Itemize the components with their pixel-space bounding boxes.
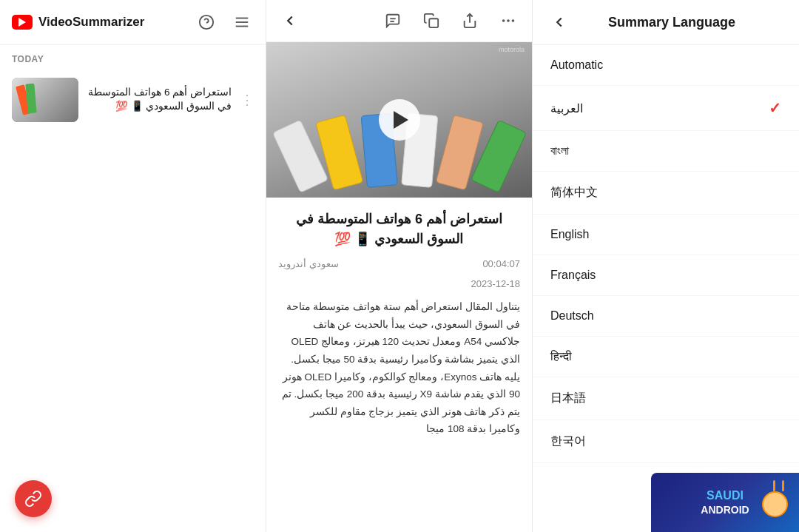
language-name: हिन्दी [550, 350, 572, 363]
watermark-bg: SAUDIANDROID [651, 473, 799, 532]
list-item[interactable]: استعراض أهم 6 هواتف المتوسطة في السوق ال… [0, 70, 266, 129]
more-button[interactable] [496, 9, 520, 33]
fab-button[interactable] [15, 480, 52, 517]
article-date: 2023-12-18 [278, 278, 520, 289]
svg-point-9 [502, 19, 505, 22]
channel-name: سعودي أندرويد [278, 258, 339, 269]
sidebar-header: VideoSummarizer [0, 0, 266, 45]
youtube-icon [12, 15, 33, 30]
article-body: استعراض أهم 6 هواتف المتوسطة في السوق ال… [266, 198, 532, 532]
language-item-1[interactable]: العربية✓ [533, 86, 799, 131]
article-text: يتناول المقال استعراض أهم ستة هواتف متوس… [278, 298, 520, 438]
header-icons [195, 10, 254, 34]
language-name: 简体中文 [550, 185, 598, 201]
video-more-button[interactable]: ⋮ [240, 92, 254, 108]
menu-button[interactable] [230, 10, 254, 34]
language-name: বাংলা [550, 144, 569, 158]
play-triangle-icon [394, 111, 408, 129]
language-name: Français [550, 269, 596, 282]
duration: 00:04:07 [482, 258, 520, 269]
svg-point-11 [512, 19, 515, 22]
main-header-icons [381, 9, 520, 33]
checkmark-icon: ✓ [769, 99, 781, 117]
language-item-9[interactable]: 한국어 [533, 420, 799, 463]
language-name: English [550, 228, 589, 241]
today-label: TODAY [0, 45, 266, 70]
chat-button[interactable] [381, 9, 405, 33]
language-header: Summary Language [533, 0, 799, 45]
video-player: motorola [266, 42, 532, 198]
article-meta: سعودي أندرويد 00:04:07 [278, 258, 520, 269]
language-item-5[interactable]: Français [533, 255, 799, 296]
language-name: العربية [550, 101, 583, 115]
main-header [266, 0, 532, 42]
language-name: 日本語 [550, 391, 586, 406]
video-info: استعراض أهم 6 هواتف المتوسطة في السوق ال… [87, 86, 232, 114]
video-title: استعراض أهم 6 هواتف المتوسطة في السوق ال… [87, 86, 232, 114]
share-button[interactable] [458, 9, 482, 33]
language-item-2[interactable]: বাংলা [533, 131, 799, 172]
language-item-10[interactable]: Português [533, 463, 799, 473]
language-item-6[interactable]: Deutsch [533, 296, 799, 337]
language-item-8[interactable]: 日本語 [533, 377, 799, 420]
language-panel-title: Summary Language [583, 15, 761, 30]
language-panel: Summary Language Automaticالعربية✓বাংলা简… [533, 0, 799, 532]
language-name: Deutsch [550, 309, 594, 323]
lang-back-button[interactable] [547, 10, 571, 34]
back-button[interactable] [278, 9, 302, 33]
language-list: Automaticالعربية✓বাংলা简体中文EnglishFrançai… [533, 45, 799, 473]
language-item-7[interactable]: हिन्दी [533, 337, 799, 377]
svg-point-10 [507, 19, 510, 22]
language-name: 한국어 [550, 434, 586, 449]
article-title: استعراض أهم 6 هواتف المتوسطة في السوق ال… [278, 209, 520, 249]
watermark-text: SAUDIANDROID [701, 488, 749, 517]
svg-rect-7 [429, 18, 438, 27]
sidebar: VideoSummarizer TODAY [0, 0, 266, 532]
language-item-4[interactable]: English [533, 215, 799, 255]
play-button[interactable] [379, 99, 420, 141]
main-content: motorola استعراض أهم 6 هواتف المتوسطة في… [266, 0, 533, 532]
video-thumbnail [12, 78, 78, 122]
watermark-area: SAUDIANDROID [533, 473, 799, 532]
language-item-0[interactable]: Automatic [533, 45, 799, 86]
help-button[interactable] [195, 10, 218, 34]
language-name: Automatic [550, 58, 603, 72]
app-name: VideoSummarizer [38, 15, 144, 30]
language-item-3[interactable]: 简体中文 [533, 172, 799, 215]
copy-button[interactable] [419, 9, 443, 33]
sidebar-logo: VideoSummarizer [12, 15, 144, 30]
